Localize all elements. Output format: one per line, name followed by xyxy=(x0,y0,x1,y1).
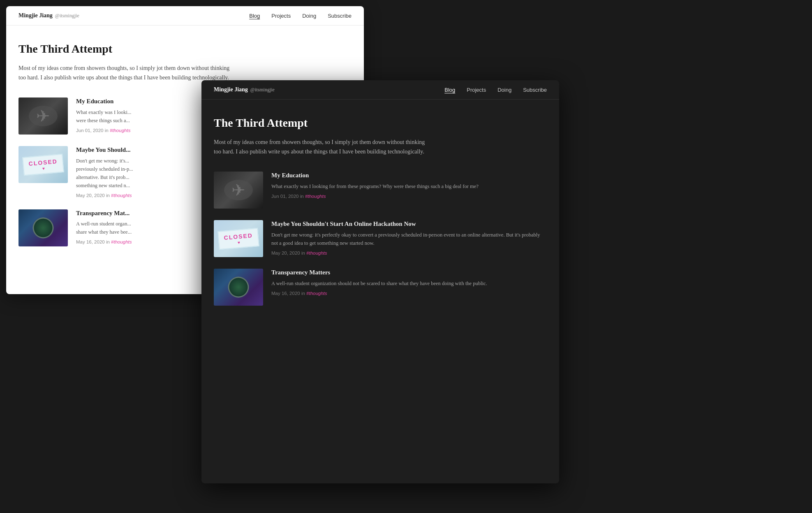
white-post-tag-2: #thoughts xyxy=(111,193,132,198)
dark-post-title-2: Maybe You Shouldn't Start An Online Hack… xyxy=(271,220,547,228)
dark-blog-title: The Third Attempt xyxy=(214,116,547,130)
white-nav-brand: Mingjie Jiang @itsmingjie xyxy=(19,12,79,19)
white-nav-projects[interactable]: Projects xyxy=(271,12,291,19)
white-nav: Mingjie Jiang @itsmingjie Blog Projects … xyxy=(6,6,364,26)
dark-closed-thumbnail: CLOSED ♥ xyxy=(214,220,263,257)
dark-card: Mingjie Jiang @itsmingjie Blog Projects … xyxy=(201,80,559,483)
dark-transparency-thumbnail xyxy=(214,269,263,306)
dark-post-meta-3: May 16, 2020 in #thoughts xyxy=(271,291,547,296)
white-nav-subscribe[interactable]: Subscribe xyxy=(328,12,352,19)
white-post-thumb-1 xyxy=(19,97,68,135)
dark-post-info-3: Transparency Matters A well-run student … xyxy=(271,269,547,296)
dark-post-excerpt-2: Don't get me wrong: it's perfectly okay … xyxy=(271,231,547,247)
white-blog-title: The Third Attempt xyxy=(19,42,352,56)
white-brand-handle: @itsmingjie xyxy=(55,13,79,19)
dark-nav-projects[interactable]: Projects xyxy=(467,86,486,93)
white-post-tag-1: #thoughts xyxy=(110,128,131,133)
dark-post-tag-1: #thoughts xyxy=(305,194,326,199)
dark-post-date-3: May 16, 2020 xyxy=(271,291,300,296)
dark-post-meta-1: Jun 01, 2020 in #thoughts xyxy=(271,194,547,199)
white-nav-blog[interactable]: Blog xyxy=(249,12,260,19)
dark-blog-description: Most of my ideas come from showers thoug… xyxy=(214,137,428,157)
dark-nav-blog[interactable]: Blog xyxy=(444,86,455,93)
white-brand-name: Mingjie Jiang xyxy=(19,12,53,19)
dark-post-title-1: My Education xyxy=(271,172,547,180)
dark-post-date-1: Jun 01, 2020 xyxy=(271,194,299,199)
white-nav-doing[interactable]: Doing xyxy=(302,12,316,19)
dark-nav-brand: Mingjie Jiang @itsmingjie xyxy=(214,86,275,93)
dark-nav-links: Blog Projects Doing Subscribe xyxy=(444,86,547,93)
dark-nav: Mingjie Jiang @itsmingjie Blog Projects … xyxy=(201,80,559,100)
white-closed-sign: CLOSED ♥ xyxy=(22,153,64,175)
dark-post-excerpt-1: What exactly was I looking for from thes… xyxy=(271,182,547,190)
white-education-thumbnail xyxy=(19,97,68,135)
white-post-date-2: May 20, 2020 xyxy=(76,193,105,198)
dark-closed-sign: CLOSED ♥ xyxy=(217,227,259,249)
dark-post-info-2: Maybe You Shouldn't Start An Online Hack… xyxy=(271,220,547,255)
white-post-date-1: Jun 01, 2020 xyxy=(76,128,104,133)
dark-post-tag-3: #thoughts xyxy=(306,291,327,296)
white-transparency-thumbnail xyxy=(19,209,68,246)
dark-post-date-2: May 20, 2020 xyxy=(271,251,300,255)
dark-post-excerpt-3: A well-run student organization should n… xyxy=(271,279,547,288)
dark-nav-subscribe[interactable]: Subscribe xyxy=(523,86,547,93)
white-blog-description: Most of my ideas come from showers thoug… xyxy=(19,63,232,83)
dark-post-title-3: Transparency Matters xyxy=(271,269,547,277)
dark-post-thumb-3 xyxy=(214,269,263,306)
dark-post-item-1[interactable]: My Education What exactly was I looking … xyxy=(214,172,547,209)
dark-brand-handle: @itsmingjie xyxy=(250,87,275,93)
white-closed-thumbnail: CLOSED ♥ xyxy=(19,146,68,183)
dark-brand-name: Mingjie Jiang xyxy=(214,86,248,93)
dark-post-item-2[interactable]: CLOSED ♥ Maybe You Shouldn't Start An On… xyxy=(214,220,547,257)
dark-post-tag-2: #thoughts xyxy=(306,251,327,255)
dark-post-thumb-1 xyxy=(214,172,263,209)
dark-education-thumbnail xyxy=(214,172,263,209)
dark-content: The Third Attempt Most of my ideas come … xyxy=(201,100,559,318)
dark-posts-list: My Education What exactly was I looking … xyxy=(214,172,547,306)
white-nav-links: Blog Projects Doing Subscribe xyxy=(249,12,352,19)
dark-post-thumb-2: CLOSED ♥ xyxy=(214,220,263,257)
dark-post-info-1: My Education What exactly was I looking … xyxy=(271,172,547,199)
dark-nav-doing[interactable]: Doing xyxy=(497,86,511,93)
white-post-tag-3: #thoughts xyxy=(111,239,132,244)
dark-post-meta-2: May 20, 2020 in #thoughts xyxy=(271,251,547,255)
white-post-thumb-2: CLOSED ♥ xyxy=(19,146,68,183)
white-post-thumb-3 xyxy=(19,209,68,246)
white-post-date-3: May 16, 2020 xyxy=(76,239,105,244)
dark-post-item-3[interactable]: Transparency Matters A well-run student … xyxy=(214,269,547,306)
